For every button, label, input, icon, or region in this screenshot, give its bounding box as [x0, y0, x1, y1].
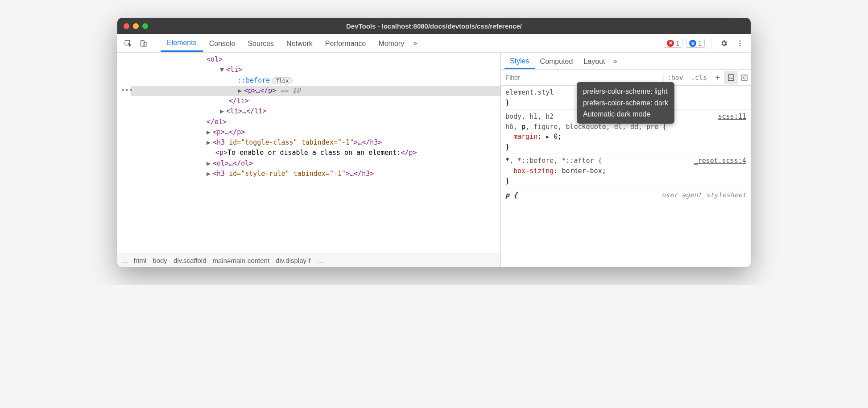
dom-node[interactable]: ▶<li>…</li> — [131, 106, 500, 117]
kebab-menu-icon[interactable] — [734, 37, 746, 50]
close-button[interactable] — [124, 23, 129, 29]
more-tabs-icon[interactable]: » — [610, 57, 620, 65]
selector-match: p — [521, 123, 525, 131]
css-property[interactable]: box-sizing — [513, 167, 554, 175]
zoom-button[interactable] — [142, 23, 148, 29]
dom-node[interactable]: ▶<p>…</p> — [131, 127, 500, 137]
dom-node[interactable]: ▶<h3 id="style-rule" tabindex="-1">…</h3… — [131, 169, 500, 179]
menu-item[interactable]: prefers-color-scheme: light — [583, 86, 668, 97]
dollar-marker: == $0 — [280, 87, 300, 95]
traffic-lights — [124, 23, 148, 29]
tag: <h3 — [213, 170, 229, 178]
tag: <ol> — [207, 55, 223, 63]
menu-item[interactable]: prefers-color-scheme: dark — [583, 97, 668, 109]
crumb[interactable]: div.display-f — [276, 257, 310, 264]
crumb[interactable]: html — [134, 257, 146, 264]
selector: , figure, blockquote, dl, dd, pre { — [525, 123, 666, 131]
css-value[interactable]: border-box — [562, 167, 602, 175]
toolbar-right: ✕ 1 ≡ 1 — [664, 37, 746, 50]
tab-console[interactable]: Console — [203, 35, 242, 51]
css-property[interactable]: margin — [513, 133, 537, 141]
dom-node[interactable]: </ol> — [131, 117, 500, 127]
selector: h6, — [505, 123, 521, 131]
dom-node[interactable]: ▶<h3 id="toggle-class" tabindex="-1">…</… — [131, 137, 500, 148]
tab-performance[interactable]: Performance — [319, 35, 372, 51]
inspect-icon[interactable] — [122, 37, 134, 50]
device-toolbar-icon[interactable] — [137, 37, 149, 50]
titlebar: DevTools - localhost:8080/docs/devtools/… — [117, 18, 751, 34]
ua-label: user agent stylesheet — [661, 190, 746, 200]
tag: <p>…</p> — [244, 87, 276, 95]
style-rule[interactable]: _reset.scss:4 **, *::before, *::after {,… — [501, 154, 751, 188]
separator — [155, 38, 155, 49]
tag: <p>…</p> — [213, 128, 245, 136]
dom-node[interactable]: <p>To enable or disable a class on an el… — [131, 148, 500, 158]
pseudo: ::before — [238, 76, 270, 84]
tag: <p> — [215, 149, 227, 157]
panels: <ol> ▼<li> ::beforeflex ••• ▶<p>…</p> ==… — [117, 53, 751, 267]
dom-node[interactable]: </li> — [131, 96, 500, 106]
svg-rect-7 — [742, 75, 747, 80]
tag: <h3 — [213, 138, 229, 146]
cls-toggle[interactable]: .cls — [687, 74, 711, 82]
main-toolbar: Elements Console Sources Network Perform… — [117, 34, 751, 53]
computed-sidebar-icon[interactable] — [737, 71, 751, 84]
tag: <ol>…</ol> — [213, 159, 253, 167]
styles-tabs: Styles Computed Layout » — [501, 53, 751, 70]
svg-rect-6 — [728, 75, 734, 78]
errors-badge[interactable]: ✕ 1 — [664, 39, 682, 48]
crumb[interactable]: body — [153, 257, 167, 264]
tag: </li> — [229, 97, 249, 105]
error-icon: ✕ — [667, 40, 674, 47]
tag: <li> — [226, 66, 242, 74]
elements-panel: <ol> ▼<li> ::beforeflex ••• ▶<p>…</p> ==… — [117, 53, 501, 267]
css-value[interactable]: 0 — [554, 133, 558, 141]
errors-count: 1 — [676, 40, 679, 47]
source-link[interactable]: _reset.scss:4 — [694, 156, 746, 166]
hov-toggle[interactable]: :hov — [663, 74, 687, 82]
minimize-button[interactable] — [133, 23, 139, 29]
crumb[interactable]: main#main-content — [213, 257, 270, 264]
crumb[interactable]: div.scaffold — [174, 257, 207, 264]
crumb-more[interactable]: … — [317, 257, 323, 264]
tab-elements[interactable]: Elements — [161, 34, 203, 52]
more-actions-icon[interactable]: ••• — [121, 86, 133, 96]
issues-badge[interactable]: ≡ 1 — [686, 39, 705, 48]
dom-node[interactable]: ::beforeflex — [131, 75, 500, 86]
tab-computed[interactable]: Computed — [535, 54, 579, 69]
rendering-emulations-icon[interactable] — [724, 71, 737, 84]
tag: >…</h3> — [346, 170, 374, 178]
crumb-more[interactable]: … — [121, 257, 128, 264]
tag: >…</h3> — [354, 138, 382, 146]
breadcrumb: … html body div.scaffold main#main-conte… — [117, 254, 500, 267]
source-link[interactable]: scss:11 — [718, 112, 746, 122]
flex-badge[interactable]: flex — [272, 77, 293, 84]
tab-layout[interactable]: Layout — [578, 54, 610, 69]
tab-network[interactable]: Network — [280, 35, 319, 51]
attr: id="style-rule" tabindex="-1" — [229, 170, 346, 178]
panel-tabs: Elements Console Sources Network Perform… — [161, 34, 420, 52]
more-tabs-icon[interactable]: » — [410, 39, 420, 47]
tab-memory[interactable]: Memory — [372, 35, 410, 51]
tab-styles[interactable]: Styles — [504, 53, 535, 69]
new-style-rule-icon[interactable] — [711, 71, 724, 84]
tag: <li>…</li> — [226, 107, 266, 115]
svg-point-4 — [740, 42, 741, 44]
tab-sources[interactable]: Sources — [241, 35, 280, 51]
menu-item[interactable]: Automatic dark mode — [583, 108, 668, 120]
dom-node-selected[interactable]: ••• ▶<p>…</p> == $0 — [131, 86, 500, 96]
dom-node[interactable]: ▶<ol>…</ol> — [131, 158, 500, 169]
dom-tree[interactable]: <ol> ▼<li> ::beforeflex ••• ▶<p>…</p> ==… — [117, 53, 500, 254]
settings-icon[interactable] — [718, 37, 730, 50]
dom-node[interactable]: <ol> — [131, 54, 500, 65]
color-scheme-menu: prefers-color-scheme: light prefers-colo… — [577, 82, 674, 124]
selector: element.styl — [505, 88, 554, 96]
style-rule[interactable]: user agent stylesheet p { — [501, 188, 751, 203]
window-title: DevTools - localhost:8080/docs/devtools/… — [346, 22, 522, 30]
issues-count: 1 — [698, 40, 702, 47]
issue-icon: ≡ — [689, 40, 696, 47]
dom-node[interactable]: ▼<li> — [131, 65, 500, 75]
tag: </p> — [401, 149, 417, 157]
selector: p { — [505, 191, 517, 199]
text: To enable or disable a class on an eleme… — [227, 149, 401, 157]
